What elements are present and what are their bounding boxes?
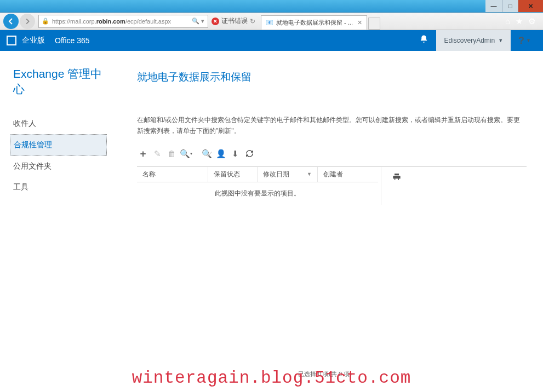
chevron-down-icon: ▼: [526, 38, 531, 43]
browser-tools: ⌂ ★ ⚙: [505, 16, 540, 26]
page-heading: 就地电子数据展示和保留: [137, 70, 527, 84]
column-status[interactable]: 保留状态: [208, 167, 258, 182]
column-creator[interactable]: 创建者: [318, 167, 378, 182]
sidebar-item-tools[interactable]: 工具: [13, 177, 107, 198]
username-label: EdiscoveryAdmin: [444, 37, 495, 44]
site-icon: 🔒: [41, 17, 50, 26]
page-description: 在邮箱和/或公用文件夹中搜索包含特定关键字的电子邮件和其他邮件类型。您可以创建新…: [137, 114, 527, 137]
sidebar-item-compliance[interactable]: 合规性管理: [10, 134, 107, 156]
user-menu[interactable]: EdiscoveryAdmin ▼: [436, 30, 511, 51]
address-bar[interactable]: 🔒 https://mail.corp.robin.com/ecp/defaul…: [38, 15, 208, 28]
cert-error-icon: ✕: [212, 18, 219, 25]
column-name[interactable]: 名称: [137, 167, 208, 182]
edition-label: 企业版: [22, 36, 45, 45]
close-button[interactable]: ✕: [518, 0, 543, 12]
empty-message: 此视图中没有要显示的项目。: [137, 182, 378, 205]
search-dropdown-icon[interactable]: 🔍 ▾: [188, 18, 208, 25]
detail-pane: [381, 167, 527, 205]
search-button[interactable]: 🔍▾: [180, 148, 192, 160]
sort-desc-icon: ▼: [307, 171, 312, 177]
sidebar-item-public-folders[interactable]: 公用文件夹: [13, 156, 107, 177]
forward-button[interactable]: [20, 14, 35, 29]
sidebar: Exchange 管理中心 收件人 合规性管理 公用文件夹 工具: [0, 51, 107, 392]
browser-nav-bar: 🔒 https://mail.corp.robin.com/ecp/defaul…: [0, 13, 543, 30]
refresh-icon[interactable]: ↻: [250, 18, 255, 25]
app-title: Exchange 管理中心: [13, 66, 107, 97]
cert-error-badge[interactable]: ✕ 证书错误 ↻: [212, 16, 255, 26]
preview-button: 👤: [215, 148, 227, 160]
settings-icon[interactable]: ⚙: [528, 16, 535, 26]
tab-close-icon[interactable]: ✕: [357, 19, 362, 26]
office-logo-icon: [7, 36, 16, 45]
notifications-icon[interactable]: [419, 34, 428, 47]
refresh-button[interactable]: [243, 148, 255, 160]
content-area: 就地电子数据展示和保留 在邮箱和/或公用文件夹中搜索包含特定关键字的电子邮件和其…: [107, 51, 543, 392]
new-tab-button[interactable]: [368, 18, 380, 30]
office-header: 企业版 Office 365 EdiscoveryAdmin ▼ ? ▼: [0, 30, 543, 51]
product-label: Office 365: [55, 36, 90, 45]
table-header: 名称 保留状态 修改日期 ▼ 创建者: [137, 167, 378, 182]
home-icon[interactable]: ⌂: [505, 16, 510, 26]
back-button[interactable]: [3, 14, 19, 29]
help-button[interactable]: ? ▼: [518, 35, 531, 47]
delete-button: 🗑: [165, 148, 178, 160]
favorites-icon[interactable]: ★: [516, 16, 523, 26]
export-button[interactable]: ⬇: [229, 148, 241, 160]
maximize-button[interactable]: □: [502, 0, 518, 12]
tab-title: 就地电子数据展示和保留 - ...: [276, 19, 353, 27]
stop-search-button: 🔍̷: [201, 148, 213, 160]
sidebar-item-recipients[interactable]: 收件人: [13, 113, 107, 134]
url-text: https://mail.corp.robin.com/ecp/default.…: [52, 18, 188, 25]
add-button[interactable]: +: [137, 148, 149, 160]
browser-tab[interactable]: 📧 就地电子数据展示和保留 - ... ✕: [261, 15, 367, 30]
window-titlebar: — □ ✕: [0, 0, 543, 13]
print-icon[interactable]: [392, 172, 527, 183]
column-date[interactable]: 修改日期 ▼: [258, 167, 318, 182]
toolbar: + ✎ 🗑 🔍▾ 🔍̷ 👤 ⬇: [137, 148, 527, 160]
tab-favicon: 📧: [266, 19, 273, 26]
minimize-button[interactable]: —: [485, 0, 502, 12]
edit-button: ✎: [151, 148, 163, 160]
chevron-down-icon: ▼: [498, 38, 503, 43]
status-bar: 已选择 0 项(共 0 项): [107, 370, 543, 378]
cert-error-label: 证书错误: [221, 16, 248, 26]
results-table: 名称 保留状态 修改日期 ▼ 创建者 此视图中没有要显示的项目。: [137, 166, 527, 205]
tab-strip: 📧 就地电子数据展示和保留 - ... ✕: [261, 13, 380, 30]
